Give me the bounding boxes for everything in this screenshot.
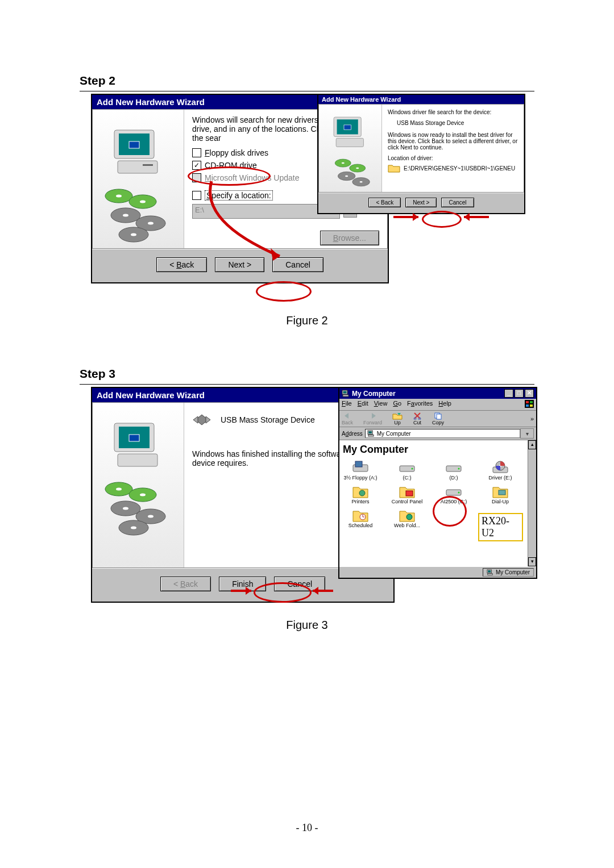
- svg-rect-67: [437, 414, 441, 419]
- folder-icon: [388, 164, 400, 173]
- tool-forward[interactable]: Forward: [363, 412, 382, 425]
- menubar[interactable]: File Edit View Go Favorites Help: [339, 399, 536, 411]
- svg-rect-59: [526, 404, 529, 407]
- dropdown-icon[interactable]: ▾: [520, 428, 534, 439]
- next-button[interactable]: Next >: [405, 198, 437, 207]
- cds-icon: [98, 182, 178, 245]
- svg-point-37: [116, 488, 122, 491]
- wizard-step2-right: Add New Hardware Wizard Windows driver f…: [317, 94, 525, 214]
- svg-point-27: [360, 181, 363, 183]
- svg-rect-70: [368, 435, 374, 436]
- unchecked-icon: [192, 191, 201, 200]
- divider: [80, 91, 534, 91]
- svg-rect-2: [129, 141, 139, 148]
- mc-content: My Computer 3½ Floppy (A:) (C:) (D:) Dri…: [339, 440, 536, 566]
- cancel-button[interactable]: Cancel: [441, 198, 474, 207]
- drive-e[interactable]: Driver (E:): [483, 460, 518, 481]
- svg-point-43: [148, 515, 154, 518]
- svg-point-74: [412, 468, 413, 470]
- highlight-ellipse: [422, 211, 462, 228]
- drive-g[interactable]: AI2500 (G:): [436, 484, 471, 504]
- svg-rect-89: [488, 574, 492, 575]
- svg-point-86: [406, 514, 412, 520]
- search-label: Windows driver file search for the devic…: [388, 109, 518, 115]
- titlebar-text: Add New Hardware Wizard: [318, 95, 524, 104]
- svg-rect-69: [368, 431, 372, 433]
- back-button[interactable]: < Back: [160, 577, 211, 591]
- printers-folder[interactable]: Printers: [343, 484, 378, 504]
- menu-go: Go: [393, 400, 401, 409]
- scheduled-folder[interactable]: Scheduled: [343, 508, 378, 528]
- hdd-icon: [445, 460, 462, 475]
- svg-marker-31: [464, 213, 470, 221]
- tool-back[interactable]: Back: [342, 412, 353, 425]
- web-folder-icon: [399, 508, 416, 523]
- svg-point-14: [131, 233, 136, 236]
- next-button[interactable]: Next >: [215, 257, 264, 272]
- svg-point-23: [356, 168, 359, 169]
- figure2-caption: Figure 2: [80, 314, 534, 327]
- svg-point-10: [123, 214, 128, 217]
- dialup-icon: [492, 484, 509, 499]
- svg-point-83: [458, 492, 460, 494]
- mycomputer-icon: [342, 390, 350, 397]
- drive-d[interactable]: (D:): [436, 460, 471, 481]
- scroll-down-icon[interactable]: ▾: [528, 557, 536, 566]
- highlight-ellipse: [256, 281, 312, 302]
- tool-cut[interactable]: Cut: [413, 412, 422, 425]
- back-button[interactable]: < Back: [156, 257, 207, 272]
- svg-rect-72: [355, 461, 362, 467]
- floppy-drive-icon: [352, 460, 369, 475]
- page-number: - 10 -: [0, 822, 614, 834]
- hdd-icon: [399, 460, 416, 475]
- toolbar: Back Forward Up Cut Copy »: [339, 411, 536, 427]
- printers-icon: [352, 484, 369, 499]
- tool-copy[interactable]: Copy: [432, 412, 444, 425]
- scrollbar-vertical[interactable]: ▴▾: [528, 440, 536, 566]
- computer-icon: [110, 420, 167, 471]
- cancel-button[interactable]: Cancel: [272, 257, 323, 272]
- computer-icon: [330, 115, 370, 150]
- statusbar: My Computer: [339, 566, 536, 578]
- wizard-sidebar: [93, 403, 184, 567]
- unchecked-disabled-icon: [192, 173, 201, 182]
- menu-edit: Edit: [358, 400, 368, 409]
- floppy-label: Floppy disk drives: [205, 148, 268, 157]
- svg-rect-60: [530, 404, 533, 407]
- step3-heading: Step 3: [80, 367, 534, 381]
- browse-button[interactable]: Browse...: [320, 231, 379, 245]
- drive-floppy[interactable]: 3½ Floppy (A:): [343, 460, 378, 481]
- cancel-button[interactable]: Cancel: [274, 577, 325, 591]
- svg-marker-29: [413, 213, 418, 221]
- wizard-sidebar: [93, 110, 184, 248]
- svg-point-25: [345, 176, 348, 177]
- drive-c[interactable]: (C:): [389, 460, 425, 481]
- wizard-sidebar: [319, 105, 382, 192]
- svg-point-76: [458, 468, 460, 470]
- unchecked-icon: [192, 148, 201, 157]
- specify-label: Specify a location:: [205, 190, 273, 201]
- mycomputer-icon: [367, 430, 375, 437]
- scroll-up-icon[interactable]: ▴: [528, 440, 536, 449]
- back-button[interactable]: < Back: [368, 198, 401, 207]
- svg-rect-88: [488, 570, 491, 572]
- webfolders-folder[interactable]: Web Fold...: [389, 508, 425, 528]
- control-panel-folder[interactable]: Control Panel: [389, 484, 425, 504]
- svg-marker-63: [397, 413, 401, 415]
- hdd-icon: [445, 484, 462, 499]
- figure3-caption: Figure 3: [80, 619, 534, 632]
- maximize-icon[interactable]: □: [515, 389, 524, 398]
- mycomputer-icon: [487, 569, 493, 575]
- svg-rect-54: [343, 391, 347, 394]
- tool-up[interactable]: Up: [392, 412, 403, 425]
- svg-point-39: [140, 494, 146, 496]
- dialup-folder[interactable]: Dial-Up: [483, 484, 518, 504]
- menu-favorites: Favorites: [407, 400, 433, 409]
- svg-point-41: [123, 507, 128, 510]
- address-input[interactable]: My Computer: [365, 429, 520, 438]
- callout-box: RX20-U2: [478, 513, 523, 541]
- close-icon[interactable]: ✕: [525, 389, 534, 398]
- minimize-icon[interactable]: _: [504, 389, 513, 398]
- cds-icon: [98, 475, 178, 538]
- finish-button[interactable]: Finish: [219, 577, 266, 591]
